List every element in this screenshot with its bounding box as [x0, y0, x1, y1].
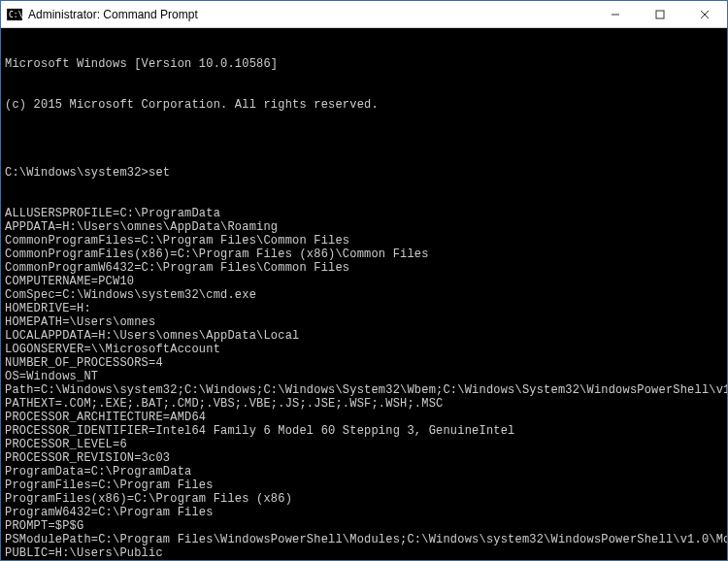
close-button[interactable] — [682, 1, 727, 27]
terminal-line: ProgramData=C:\ProgramData — [5, 465, 723, 478]
terminal-output[interactable]: Microsoft Windows [Version 10.0.10586] (… — [1, 28, 727, 560]
terminal-line: PROCESSOR_LEVEL=6 — [5, 438, 723, 451]
terminal-line: LOGONSERVER=\\MicrosoftAccount — [5, 343, 723, 356]
terminal-line: Microsoft Windows [Version 10.0.10586] — [5, 57, 723, 71]
terminal-line: CommonProgramFiles(x86)=C:\Program Files… — [5, 248, 723, 261]
terminal-line: LOCALAPPDATA=H:\Users\omnes\AppData\Loca… — [5, 329, 723, 343]
terminal-line: CommonProgramW6432=C:\Program Files\Comm… — [5, 261, 723, 275]
terminal-line: COMPUTERNAME=PCW10 — [5, 275, 723, 288]
maximize-button[interactable] — [638, 1, 682, 27]
terminal-line: APPDATA=H:\Users\omnes\AppData\Roaming — [5, 220, 723, 234]
terminal-line: ComSpec=C:\Windows\system32\cmd.exe — [5, 288, 723, 302]
terminal-line: HOMEPATH=\Users\omnes — [5, 315, 723, 329]
terminal-line: PROCESSOR_IDENTIFIER=Intel64 Family 6 Mo… — [5, 424, 723, 438]
terminal-line: PROMPT=$P$G — [5, 519, 723, 533]
terminal-line: (c) 2015 Microsoft Corporation. All righ… — [5, 98, 723, 112]
terminal-line: PROCESSOR_ARCHITECTURE=AMD64 — [5, 411, 723, 424]
cmd-icon: C:\ — [7, 7, 22, 22]
terminal-line: PUBLIC=H:\Users\Public — [5, 546, 723, 560]
terminal-line: Path=C:\Windows\system32;C:\Windows;C:\W… — [5, 383, 723, 397]
terminal-line: ProgramFiles(x86)=C:\Program Files (x86) — [5, 492, 723, 506]
terminal-line: CommonProgramFiles=C:\Program Files\Comm… — [5, 234, 723, 248]
titlebar[interactable]: C:\ Administrator: Command Prompt — [1, 1, 727, 28]
terminal-line: ProgramFiles=C:\Program Files — [5, 478, 723, 492]
terminal-line: NUMBER_OF_PROCESSORS=4 — [5, 356, 723, 370]
terminal-prompt: C:\Windows\system32>set — [5, 166, 723, 180]
terminal-line: HOMEDRIVE=H: — [5, 302, 723, 315]
minimize-button[interactable] — [593, 1, 638, 27]
svg-text:C:\: C:\ — [9, 11, 22, 19]
terminal-line: ALLUSERSPROFILE=C:\ProgramData — [5, 207, 723, 220]
terminal-line: ProgramW6432=C:\Program Files — [5, 506, 723, 519]
window-controls — [593, 1, 727, 27]
terminal-line: PSModulePath=C:\Program Files\WindowsPow… — [5, 533, 723, 546]
terminal-line: PROCESSOR_REVISION=3c03 — [5, 451, 723, 465]
terminal-line: OS=Windows_NT — [5, 370, 723, 383]
svg-rect-3 — [656, 11, 664, 18]
cmd-window: C:\ Administrator: Command Prompt Micros… — [0, 0, 728, 561]
window-title: Administrator: Command Prompt — [28, 8, 593, 21]
terminal-line: PATHEXT=.COM;.EXE;.BAT;.CMD;.VBS;.VBE;.J… — [5, 397, 723, 411]
